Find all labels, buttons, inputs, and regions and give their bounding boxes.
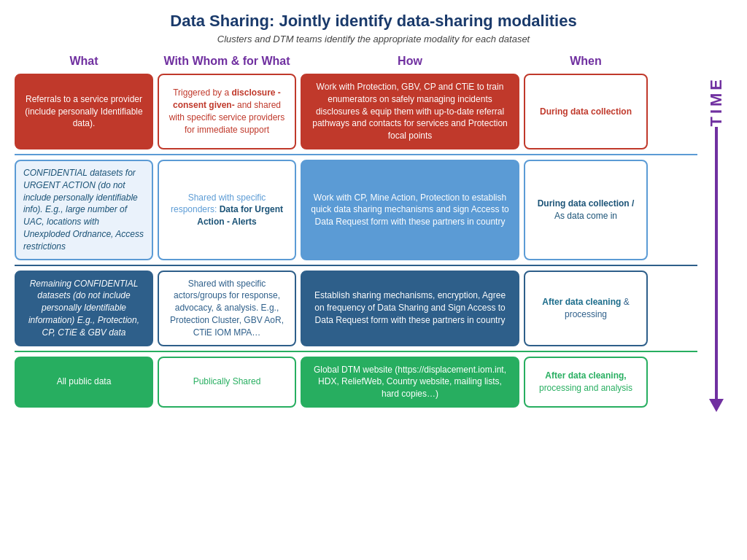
main-content: What With Whom & for What How When Refer… — [15, 53, 732, 412]
row-1: Referrals to a service provider (include… — [15, 74, 697, 149]
row4-with-whom-text: Publically Shared — [193, 376, 261, 388]
row3-when-text: After data cleaning & processing — [533, 296, 639, 321]
row4-what-text: All public data — [57, 376, 112, 388]
row2-how-text: Work with CP, Mine Action, Protection to… — [309, 192, 511, 228]
col-header-with-whom: With Whom & for What — [158, 53, 296, 69]
subtitle: Clusters and DTM teams identify the appr… — [15, 34, 732, 44]
page-title: Data Sharing: Jointly identify data-shar… — [15, 12, 732, 31]
row3-with-whom-text: Shared with specific actors/groups for r… — [166, 278, 287, 339]
row1-how-text: Work with Protection, GBV, CP and CTiE t… — [309, 81, 511, 142]
row-2: CONFIDENTIAL datasets for URGENT ACTION … — [15, 160, 697, 260]
row1-with-whom-text: Triggered by a disclosure - consent give… — [166, 87, 287, 136]
row1-what-text: Referrals to a service provider (include… — [23, 93, 144, 130]
row3-how: Establish sharing mechanisms, encryption… — [301, 271, 519, 346]
row2-what-text: CONFIDENTIAL datasets for URGENT ACTION … — [23, 167, 144, 253]
row4-what: All public data — [15, 357, 153, 408]
row4-how-text: Global DTM website (https://displacement… — [309, 364, 511, 400]
row3-what-text: Remaining CONFIDENTIAL datasets (do not … — [23, 278, 144, 339]
row3-when: After data cleaning & processing — [524, 271, 648, 346]
row3-how-text: Establish sharing mechanisms, encryption… — [309, 289, 511, 326]
row3-what: Remaining CONFIDENTIAL datasets (do not … — [15, 271, 153, 346]
row4-how: Global DTM website (https://displacement… — [301, 357, 519, 408]
column-headers: What With Whom & for What How When — [15, 53, 697, 69]
time-arrow-line — [715, 127, 718, 400]
row1-when-text: During data collection — [540, 106, 632, 118]
col-header-what: What — [15, 53, 153, 69]
row2-when-text: During data collection / As data come in — [533, 198, 639, 222]
row1-how: Work with Protection, GBV, CP and CTiE t… — [301, 74, 519, 149]
divider-3 — [15, 351, 697, 352]
row4-with-whom: Publically Shared — [158, 357, 296, 408]
time-arrow: TIME — [700, 77, 732, 412]
col-header-when: When — [524, 53, 648, 69]
row2-when: During data collection / As data come in — [524, 160, 648, 260]
time-label: TIME — [707, 77, 726, 127]
row1-what: Referrals to a service provider (include… — [15, 74, 153, 149]
col-header-how: How — [301, 53, 519, 69]
row1-when: During data collection — [524, 74, 648, 149]
row4-when: After data cleaning, processing and anal… — [524, 357, 648, 408]
row2-how: Work with CP, Mine Action, Protection to… — [301, 160, 519, 260]
row1-with-whom: Triggered by a disclosure - consent give… — [158, 74, 296, 149]
divider-2 — [15, 265, 697, 266]
row2-with-whom-text: Shared with specific responders: Data fo… — [166, 192, 287, 228]
row2-with-whom: Shared with specific responders: Data fo… — [158, 160, 296, 260]
row-4: All public data Publically Shared Global… — [15, 357, 697, 408]
row-3: Remaining CONFIDENTIAL datasets (do not … — [15, 271, 697, 346]
divider-1 — [15, 154, 697, 155]
row4-when-text: After data cleaning, processing and anal… — [533, 370, 639, 394]
row3-with-whom: Shared with specific actors/groups for r… — [158, 271, 296, 346]
grid-area: What With Whom & for What How When Refer… — [15, 53, 697, 412]
time-arrow-head — [709, 399, 724, 412]
row2-what: CONFIDENTIAL datasets for URGENT ACTION … — [15, 160, 153, 260]
